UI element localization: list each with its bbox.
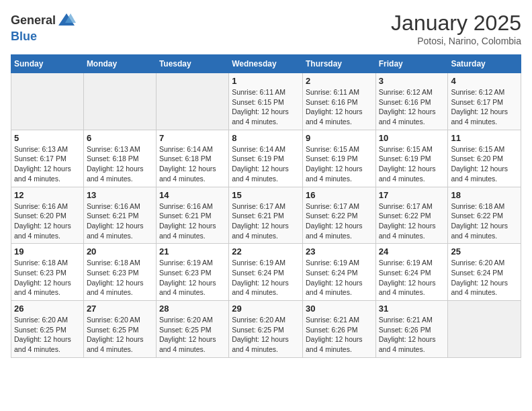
weekday-header-sunday: Sunday [11, 55, 84, 73]
logo-icon [57, 11, 76, 30]
day-info: Sunrise: 6:15 AMSunset: 6:20 PMDaylight:… [451, 144, 518, 184]
day-cell-6: 6Sunrise: 6:13 AMSunset: 6:18 PMDaylight… [83, 130, 156, 187]
weekday-header-saturday: Saturday [448, 55, 521, 73]
day-info: Sunrise: 6:14 AMSunset: 6:18 PMDaylight:… [159, 144, 226, 184]
day-cell-31: 31Sunrise: 6:21 AMSunset: 6:26 PMDayligh… [375, 301, 448, 358]
day-number: 9 [306, 133, 373, 143]
day-info: Sunrise: 6:17 AMSunset: 6:22 PMDaylight:… [306, 201, 373, 241]
weekday-header-wednesday: Wednesday [229, 55, 303, 73]
day-number: 17 [379, 190, 445, 200]
day-info: Sunrise: 6:19 AMSunset: 6:23 PMDaylight:… [159, 258, 226, 298]
day-cell-23: 23Sunrise: 6:19 AMSunset: 6:24 PMDayligh… [302, 244, 375, 301]
day-info: Sunrise: 6:15 AMSunset: 6:19 PMDaylight:… [379, 144, 445, 184]
day-cell-26: 26Sunrise: 6:20 AMSunset: 6:25 PMDayligh… [11, 301, 84, 358]
day-number: 19 [14, 246, 81, 257]
day-number: 15 [232, 190, 300, 200]
month-title: January 2025 [391, 11, 521, 36]
day-cell-17: 17Sunrise: 6:17 AMSunset: 6:22 PMDayligh… [375, 187, 448, 244]
calendar-table: SundayMondayTuesdayWednesdayThursdayFrid… [11, 54, 521, 358]
day-number: 16 [306, 190, 373, 200]
day-number: 23 [306, 246, 373, 257]
day-cell-13: 13Sunrise: 6:16 AMSunset: 6:21 PMDayligh… [83, 187, 156, 244]
day-number: 24 [379, 246, 445, 257]
day-cell-24: 24Sunrise: 6:19 AMSunset: 6:24 PMDayligh… [375, 244, 448, 301]
day-cell-14: 14Sunrise: 6:16 AMSunset: 6:21 PMDayligh… [156, 187, 228, 244]
empty-cell [448, 301, 521, 358]
day-info: Sunrise: 6:17 AMSunset: 6:22 PMDaylight:… [379, 201, 445, 241]
day-info: Sunrise: 6:21 AMSunset: 6:26 PMDaylight:… [306, 315, 373, 355]
weekday-header-monday: Monday [83, 55, 156, 73]
logo: General Blue [11, 11, 76, 44]
day-info: Sunrise: 6:14 AMSunset: 6:19 PMDaylight:… [232, 144, 300, 184]
day-info: Sunrise: 6:20 AMSunset: 6:25 PMDaylight:… [87, 315, 153, 355]
day-cell-8: 8Sunrise: 6:14 AMSunset: 6:19 PMDaylight… [229, 130, 303, 187]
day-cell-18: 18Sunrise: 6:18 AMSunset: 6:22 PMDayligh… [448, 187, 521, 244]
day-info: Sunrise: 6:12 AMSunset: 6:16 PMDaylight:… [379, 87, 445, 127]
day-cell-9: 9Sunrise: 6:15 AMSunset: 6:19 PMDaylight… [302, 130, 375, 187]
day-cell-3: 3Sunrise: 6:12 AMSunset: 6:16 PMDaylight… [375, 73, 448, 130]
day-info: Sunrise: 6:21 AMSunset: 6:26 PMDaylight:… [379, 315, 445, 355]
day-info: Sunrise: 6:16 AMSunset: 6:21 PMDaylight:… [159, 201, 226, 241]
day-cell-30: 30Sunrise: 6:21 AMSunset: 6:26 PMDayligh… [302, 301, 375, 358]
day-info: Sunrise: 6:13 AMSunset: 6:18 PMDaylight:… [87, 144, 153, 184]
day-info: Sunrise: 6:16 AMSunset: 6:21 PMDaylight:… [87, 201, 153, 241]
week-row-4: 19Sunrise: 6:18 AMSunset: 6:23 PMDayligh… [11, 244, 521, 301]
location: Potosi, Narino, Colombia [391, 36, 521, 46]
day-info: Sunrise: 6:19 AMSunset: 6:24 PMDaylight:… [379, 258, 445, 298]
day-cell-11: 11Sunrise: 6:15 AMSunset: 6:20 PMDayligh… [448, 130, 521, 187]
day-info: Sunrise: 6:20 AMSunset: 6:25 PMDaylight:… [159, 315, 226, 355]
day-cell-25: 25Sunrise: 6:20 AMSunset: 6:24 PMDayligh… [448, 244, 521, 301]
day-number: 29 [232, 304, 300, 314]
day-info: Sunrise: 6:18 AMSunset: 6:23 PMDaylight:… [14, 258, 81, 298]
day-cell-20: 20Sunrise: 6:18 AMSunset: 6:23 PMDayligh… [83, 244, 156, 301]
day-number: 31 [379, 304, 445, 314]
day-cell-19: 19Sunrise: 6:18 AMSunset: 6:23 PMDayligh… [11, 244, 84, 301]
day-cell-15: 15Sunrise: 6:17 AMSunset: 6:21 PMDayligh… [229, 187, 303, 244]
empty-cell [11, 73, 84, 130]
day-info: Sunrise: 6:15 AMSunset: 6:19 PMDaylight:… [306, 144, 373, 184]
day-number: 27 [87, 304, 153, 314]
day-number: 2 [306, 76, 373, 86]
weekday-header-friday: Friday [375, 55, 448, 73]
day-number: 30 [306, 304, 373, 314]
day-cell-22: 22Sunrise: 6:19 AMSunset: 6:24 PMDayligh… [229, 244, 303, 301]
day-number: 20 [87, 246, 153, 257]
day-number: 22 [232, 246, 300, 257]
day-number: 5 [14, 133, 81, 143]
day-cell-1: 1Sunrise: 6:11 AMSunset: 6:15 PMDaylight… [229, 73, 303, 130]
day-info: Sunrise: 6:13 AMSunset: 6:17 PMDaylight:… [14, 144, 81, 184]
day-info: Sunrise: 6:11 AMSunset: 6:15 PMDaylight:… [232, 87, 300, 127]
day-info: Sunrise: 6:19 AMSunset: 6:24 PMDaylight:… [232, 258, 300, 298]
day-number: 18 [451, 190, 518, 200]
day-cell-12: 12Sunrise: 6:16 AMSunset: 6:20 PMDayligh… [11, 187, 84, 244]
week-row-1: 1Sunrise: 6:11 AMSunset: 6:15 PMDaylight… [11, 73, 521, 130]
day-number: 10 [379, 133, 445, 143]
weekday-header-thursday: Thursday [302, 55, 375, 73]
day-info: Sunrise: 6:11 AMSunset: 6:16 PMDaylight:… [306, 87, 373, 127]
day-cell-28: 28Sunrise: 6:20 AMSunset: 6:25 PMDayligh… [156, 301, 228, 358]
weekday-header-row: SundayMondayTuesdayWednesdayThursdayFrid… [11, 55, 521, 73]
day-number: 26 [14, 304, 81, 314]
day-info: Sunrise: 6:20 AMSunset: 6:25 PMDaylight:… [232, 315, 300, 355]
day-number: 28 [159, 304, 226, 314]
day-number: 11 [451, 133, 518, 143]
day-number: 8 [232, 133, 300, 143]
day-cell-2: 2Sunrise: 6:11 AMSunset: 6:16 PMDaylight… [302, 73, 375, 130]
weekday-header-tuesday: Tuesday [156, 55, 228, 73]
empty-cell [156, 73, 228, 130]
day-cell-7: 7Sunrise: 6:14 AMSunset: 6:18 PMDaylight… [156, 130, 228, 187]
day-cell-21: 21Sunrise: 6:19 AMSunset: 6:23 PMDayligh… [156, 244, 228, 301]
day-number: 25 [451, 246, 518, 257]
day-number: 13 [87, 190, 153, 200]
day-number: 3 [379, 76, 445, 86]
title-block: January 2025 Potosi, Narino, Colombia [391, 11, 521, 46]
day-cell-27: 27Sunrise: 6:20 AMSunset: 6:25 PMDayligh… [83, 301, 156, 358]
day-cell-5: 5Sunrise: 6:13 AMSunset: 6:17 PMDaylight… [11, 130, 84, 187]
day-cell-10: 10Sunrise: 6:15 AMSunset: 6:19 PMDayligh… [375, 130, 448, 187]
day-number: 4 [451, 76, 518, 86]
day-number: 6 [87, 133, 153, 143]
day-number: 14 [159, 190, 226, 200]
empty-cell [83, 73, 156, 130]
day-info: Sunrise: 6:12 AMSunset: 6:17 PMDaylight:… [451, 87, 518, 127]
logo-general: General [11, 13, 56, 28]
